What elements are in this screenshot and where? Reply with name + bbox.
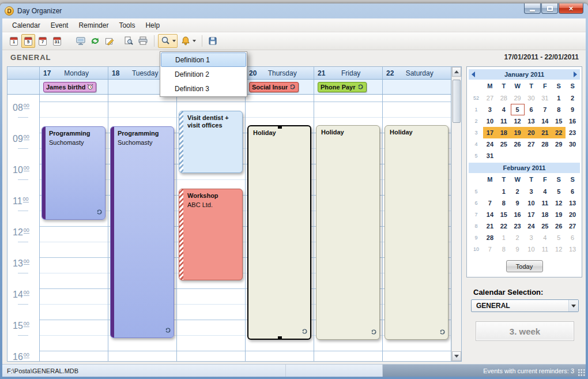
- event-workshop[interactable]: WorkshopABC Ltd.: [179, 189, 243, 280]
- mini-calendar-day[interactable]: 27: [483, 92, 497, 104]
- day-header-friday[interactable]: 21Friday: [314, 67, 383, 79]
- mini-calendar-day[interactable]: 8: [552, 104, 566, 115]
- day-column-saturday[interactable]: Holiday: [383, 95, 451, 361]
- mini-calendar-day[interactable]: 25: [497, 138, 511, 150]
- menu-item-tools[interactable]: Tools: [114, 20, 140, 31]
- today-button[interactable]: Today: [506, 260, 543, 272]
- mini-calendar-day[interactable]: 18: [497, 127, 511, 138]
- toolbar-day-view-button[interactable]: 1: [7, 34, 21, 48]
- event-programming[interactable]: ProgrammingSuchomasty: [110, 126, 174, 338]
- mini-calendar-day[interactable]: 7: [483, 243, 497, 255]
- mini-calendar-day[interactable]: 31: [483, 150, 497, 162]
- day-column-wednesday[interactable]: Visit dentist + visit officesWorkshopABC…: [177, 95, 246, 361]
- mini-calendar-day[interactable]: 8: [497, 197, 511, 209]
- combo-arrow-icon[interactable]: [568, 300, 578, 312]
- mini-calendar-day[interactable]: 2: [511, 232, 525, 243]
- mini-calendar-day[interactable]: 2: [511, 186, 525, 197]
- mini-calendar-day[interactable]: 12: [552, 243, 566, 255]
- mini-calendar-day[interactable]: 21: [538, 127, 552, 138]
- mini-calendar-day[interactable]: 10: [525, 197, 538, 209]
- mini-calendar-day[interactable]: 6: [566, 186, 579, 197]
- toolbar-week-view-button[interactable]: 7: [36, 34, 50, 48]
- mini-calendar-day[interactable]: 21: [483, 220, 497, 232]
- mini-calendar-day[interactable]: 7: [483, 197, 497, 209]
- mini-calendar-day[interactable]: 4: [538, 232, 552, 243]
- mini-calendar-day[interactable]: 20: [525, 127, 538, 138]
- mini-calendar-day[interactable]: 16: [566, 115, 579, 127]
- refresh-button[interactable]: [88, 34, 102, 48]
- mini-calendar-day[interactable]: 10: [525, 243, 538, 255]
- mini-calendar-day[interactable]: 29: [552, 138, 566, 150]
- toolbar-month-view-button[interactable]: 31: [50, 34, 64, 48]
- title-bar[interactable]: D Day Organizer ×: [0, 3, 588, 18]
- mini-calendar-day[interactable]: 27: [566, 220, 579, 232]
- mini-calendar-day[interactable]: 1: [497, 186, 511, 197]
- mini-calendar-day[interactable]: 19: [552, 209, 566, 220]
- mini-calendar-day[interactable]: 4: [538, 186, 552, 197]
- mini-calendar-day[interactable]: 9: [566, 104, 579, 115]
- mini-calendar-day[interactable]: 13: [566, 197, 579, 209]
- mini-calendar-day[interactable]: 23: [566, 127, 579, 138]
- toolbar-work-week-view-button[interactable]: 5: [21, 34, 35, 48]
- mini-calendar-day[interactable]: 17: [483, 127, 497, 138]
- menu-item-help[interactable]: Help: [140, 20, 165, 31]
- mini-calendar-day[interactable]: 14: [538, 115, 552, 127]
- close-button[interactable]: ×: [559, 3, 583, 14]
- selection-handle-top[interactable]: [278, 126, 282, 129]
- zoom-dropdown-button[interactable]: [158, 34, 178, 48]
- mini-calendar-day[interactable]: 12: [511, 115, 525, 127]
- menu-item-event[interactable]: Event: [46, 20, 74, 31]
- allday-event[interactable]: Phone Payr: [318, 82, 367, 92]
- mini-calendar-day[interactable]: 13: [566, 243, 579, 255]
- mini-calendar-day[interactable]: 4: [497, 104, 511, 115]
- maximize-button[interactable]: [541, 3, 558, 14]
- mini-calendar-day[interactable]: 27: [525, 138, 538, 150]
- mini-calendar-day[interactable]: 17: [525, 209, 538, 220]
- zoom-menu-item[interactable]: Definition 3: [161, 81, 246, 96]
- edit-button[interactable]: [103, 34, 116, 48]
- event-holiday[interactable]: Holiday: [247, 125, 311, 340]
- mini-calendar-day[interactable]: 10: [483, 115, 497, 127]
- event-holiday[interactable]: Holiday: [316, 125, 380, 340]
- selection-handle-bottom[interactable]: [278, 336, 282, 339]
- mini-calendar-day[interactable]: 18: [538, 209, 552, 220]
- mini-calendar-day[interactable]: 15: [497, 209, 511, 220]
- allday-cell-friday[interactable]: Phone Payr: [314, 80, 383, 94]
- day-column-monday[interactable]: ProgrammingSuchomasty: [40, 95, 108, 361]
- mini-calendar-day[interactable]: 24: [483, 138, 497, 150]
- scrollbar-thumb[interactable]: [453, 80, 461, 123]
- day-header-monday[interactable]: 17Monday: [40, 67, 108, 79]
- allday-event[interactable]: James birthd: [43, 82, 96, 92]
- mini-calendar-day[interactable]: 20: [566, 209, 579, 220]
- print-button[interactable]: [136, 34, 150, 48]
- mini-calendar-day[interactable]: 30: [566, 138, 579, 150]
- menu-item-reminder[interactable]: Reminder: [73, 20, 114, 31]
- mini-calendar-day[interactable]: 13: [525, 115, 538, 127]
- mini-calendar-day[interactable]: 26: [552, 220, 566, 232]
- mini-calendar-day[interactable]: 22: [552, 127, 566, 138]
- calendar-select[interactable]: GENERAL: [471, 299, 579, 312]
- prev-month-arrow[interactable]: [472, 72, 475, 77]
- next-month-arrow[interactable]: [574, 72, 577, 77]
- allday-cell-thursday[interactable]: Social Insur: [246, 80, 314, 94]
- mini-calendar-day[interactable]: 28: [483, 232, 497, 243]
- day-column-friday[interactable]: Holiday: [314, 95, 383, 361]
- zoom-menu-item[interactable]: Definition 2: [161, 67, 246, 81]
- menu-item-calendar[interactable]: Calendar: [7, 20, 46, 31]
- event-dentist[interactable]: Visit dentist + visit offices: [179, 111, 243, 173]
- minimize-button[interactable]: [524, 3, 541, 14]
- mini-calendar-day[interactable]: 26: [511, 138, 525, 150]
- mini-calendar-day[interactable]: 19: [511, 127, 525, 138]
- mini-calendar-day[interactable]: 28: [497, 92, 511, 104]
- event-programming[interactable]: ProgrammingSuchomasty: [42, 126, 105, 220]
- scrollbar-down-button[interactable]: [452, 351, 461, 361]
- mini-calendar-day[interactable]: 9: [511, 243, 525, 255]
- mini-calendar-day[interactable]: 6: [525, 104, 538, 115]
- mini-calendar-day[interactable]: 25: [538, 220, 552, 232]
- mini-calendar-day[interactable]: 7: [538, 104, 552, 115]
- zoom-menu-item[interactable]: Definition 1: [161, 52, 246, 67]
- mini-calendar-day[interactable]: 6: [566, 232, 579, 243]
- mini-calendar-day[interactable]: 30: [525, 92, 538, 104]
- mini-calendar-day[interactable]: 3: [525, 232, 538, 243]
- allday-event[interactable]: Social Insur: [249, 82, 299, 92]
